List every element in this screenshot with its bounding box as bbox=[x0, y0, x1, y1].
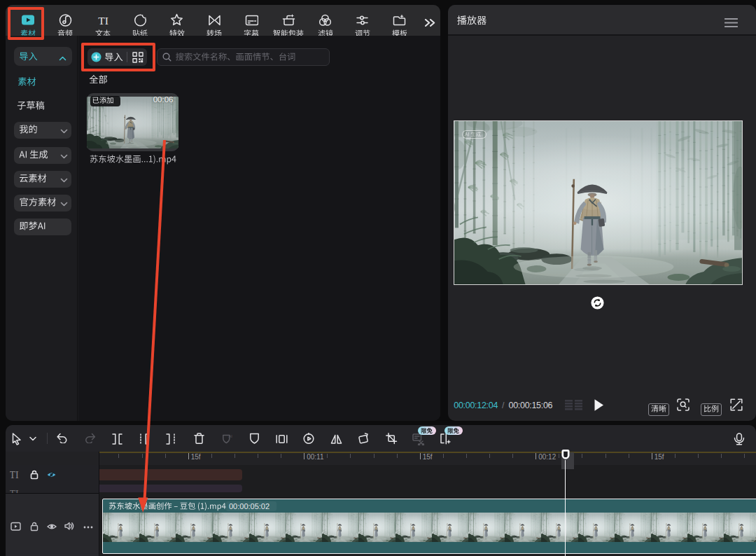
svg-text:TI: TI bbox=[98, 15, 108, 27]
svg-text:AI: AI bbox=[229, 434, 233, 438]
